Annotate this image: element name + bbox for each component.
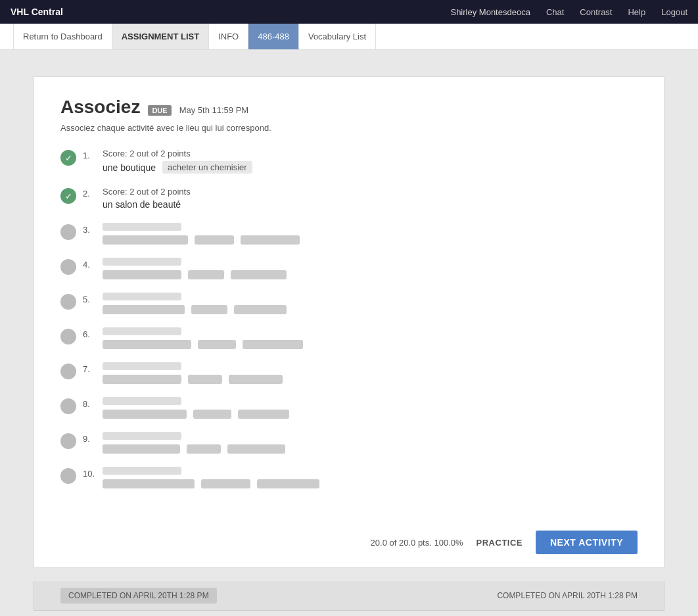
completion-text: COMPLETED ON APRIL 20TH 1:28 PM <box>497 591 638 600</box>
item-status-circle: ✓ <box>60 188 76 204</box>
activity-header: Associez DUE May 5th 11:59 PM <box>60 97 638 118</box>
score-display: 20.0 of 20.0 pts. 100.0% <box>371 538 463 548</box>
top-nav-items: Chat Contrast Help Logout <box>546 7 687 17</box>
vocabulary-list-tab[interactable]: Vocabulary List <box>299 24 376 49</box>
item-number: 4. <box>83 260 96 270</box>
brand-logo: VHL Central <box>11 7 63 17</box>
item-status-circle <box>60 364 76 379</box>
item-content <box>103 432 638 454</box>
help-nav-item[interactable]: Help <box>628 7 645 17</box>
activity-instructions: Associez chaque activité avec le lieu qu… <box>60 123 638 133</box>
return-to-dashboard-link[interactable]: Return to Dashboard <box>13 24 112 49</box>
user-name: Shirley Montesdeoca <box>450 7 530 17</box>
main-content-area: Associez DUE May 5th 11:59 PM Associez c… <box>34 76 664 568</box>
next-activity-button[interactable]: NEXT ACTIVITY <box>536 531 638 554</box>
item-content <box>103 293 638 314</box>
item-content <box>103 362 638 384</box>
item-text: un salon de beauté <box>103 199 638 210</box>
chat-nav-item[interactable]: Chat <box>546 7 564 17</box>
list-item: 6. <box>60 327 638 349</box>
top-navigation: VHL Central Shirley Montesdeoca Chat Con… <box>0 0 698 24</box>
activity-title: Associez <box>60 97 140 118</box>
item-status-circle <box>60 433 76 449</box>
page-reference-tab[interactable]: 486-488 <box>248 24 299 49</box>
item-number: 2. <box>83 189 96 199</box>
list-item: ✓ 2. Score: 2 out of 2 points un salon d… <box>60 187 638 210</box>
item-score: Score: 2 out of 2 points <box>103 149 638 158</box>
item-content <box>103 258 638 279</box>
item-content <box>103 223 638 245</box>
list-item: 8. <box>60 397 638 419</box>
item-word1: une boutique <box>103 162 156 173</box>
item-number: 9. <box>83 434 96 444</box>
list-item: 7. <box>60 362 638 384</box>
item-content: Score: 2 out of 2 points une boutique ac… <box>103 149 638 174</box>
bottom-action-bar: 20.0 of 20.0 pts. 100.0% PRACTICE NEXT A… <box>34 531 664 554</box>
item-number: 3. <box>83 225 96 235</box>
item-number: 7. <box>83 364 96 374</box>
activity-items-list: ✓ 1. Score: 2 out of 2 points une boutiq… <box>60 149 638 488</box>
item-status-circle <box>60 294 76 310</box>
list-item: 10. <box>60 467 638 488</box>
assignment-list-tab[interactable]: ASSIGNMENT LIST <box>112 24 209 49</box>
info-tab[interactable]: INFO <box>209 24 248 49</box>
list-item: 9. <box>60 432 638 454</box>
item-text: une boutique acheter un chemisier <box>103 161 638 174</box>
item-content: Score: 2 out of 2 points un salon de bea… <box>103 187 638 210</box>
item-number: 5. <box>83 295 96 304</box>
item-status-circle <box>60 224 76 240</box>
item-number: 10. <box>83 469 96 479</box>
item-content <box>103 467 638 488</box>
due-badge: DUE <box>148 105 171 116</box>
due-date: May 5th 11:59 PM <box>179 105 249 115</box>
list-item: ✓ 1. Score: 2 out of 2 points une boutiq… <box>60 149 638 174</box>
item-number: 8. <box>83 399 96 409</box>
item-status-circle <box>60 398 76 414</box>
item-number: 1. <box>83 151 96 160</box>
item-status-circle <box>60 329 76 344</box>
item-word1: un salon de beauté <box>103 199 181 210</box>
item-number: 6. <box>83 329 96 339</box>
practice-button[interactable]: PRACTICE <box>477 538 523 548</box>
contrast-nav-item[interactable]: Contrast <box>580 7 612 17</box>
item-content <box>103 397 638 419</box>
item-score: Score: 2 out of 2 points <box>103 187 638 197</box>
item-status-circle <box>60 259 76 275</box>
list-item: 4. <box>60 258 638 279</box>
sub-navigation: Return to Dashboard ASSIGNMENT LIST INFO… <box>0 24 698 50</box>
list-item: 3. <box>60 223 638 245</box>
logout-nav-item[interactable]: Logout <box>661 7 687 17</box>
item-answer: acheter un chemisier <box>162 161 252 174</box>
completion-stamp: COMPLETED ON APRIL 20TH 1:28 PM <box>60 588 217 604</box>
item-status-circle <box>60 468 76 484</box>
list-item: 5. <box>60 293 638 314</box>
item-status-circle: ✓ <box>60 150 76 166</box>
item-content <box>103 327 638 349</box>
